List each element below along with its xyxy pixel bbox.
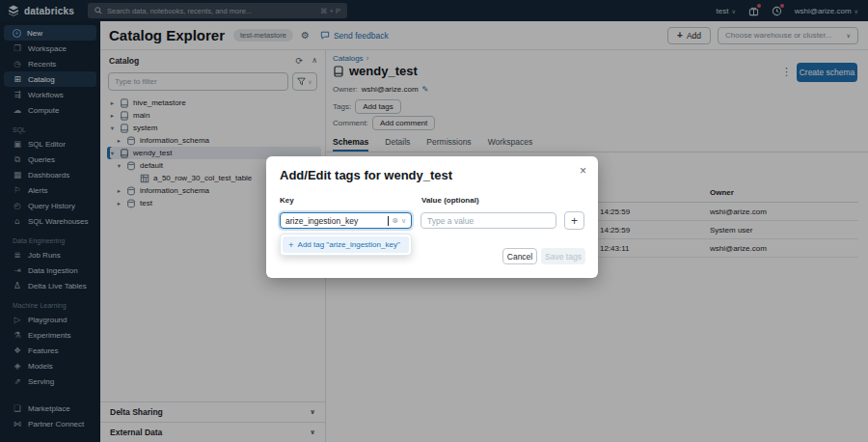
- chevron-down-icon[interactable]: ∨: [401, 217, 406, 225]
- tag-key-input[interactable]: arize_ingestion_key ⊗ ∨: [280, 212, 412, 229]
- tag-value-input[interactable]: [420, 212, 556, 229]
- clear-icon[interactable]: ⊗: [392, 216, 398, 225]
- text-cursor: [388, 216, 389, 226]
- add-tag-option[interactable]: + Add tag "arize_ingestion_key": [283, 236, 409, 253]
- close-icon[interactable]: ×: [580, 164, 586, 178]
- plus-icon: +: [288, 239, 294, 250]
- value-label: Value (optional): [421, 196, 479, 205]
- key-label: Key: [280, 196, 294, 205]
- cancel-button[interactable]: Cancel: [502, 248, 537, 264]
- save-tags-button[interactable]: Save tags: [541, 248, 585, 264]
- key-suggestion-dropdown: + Add tag "arize_ingestion_key": [280, 234, 412, 256]
- add-tag-row-button[interactable]: +: [564, 211, 584, 230]
- tag-key-value: arize_ingestion_key: [285, 216, 387, 226]
- add-edit-tags-dialog: Add/Edit tags for wendy_test × Key Value…: [266, 156, 598, 278]
- dialog-title: Add/Edit tags for wendy_test: [280, 168, 452, 182]
